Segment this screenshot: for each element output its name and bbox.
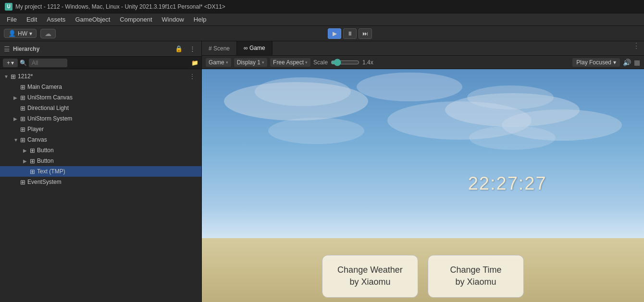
- account-icon: 👤: [8, 30, 16, 37]
- game-caret-icon: ▾: [226, 60, 228, 65]
- kebab-icon[interactable]: ⋮: [187, 72, 198, 80]
- tree-item-button-1[interactable]: ▶ ⊞ Button: [0, 145, 201, 156]
- scale-slider[interactable]: [331, 59, 359, 66]
- play-focused-button[interactable]: Play Focused ▾: [572, 58, 620, 67]
- pause-button[interactable]: ⏸: [343, 28, 357, 39]
- game-tab-label: ∞ Game: [244, 45, 265, 51]
- tree-item-unistorm-system[interactable]: ▶ ⊞ UniStorm System: [0, 113, 201, 124]
- hw-label: HW: [18, 30, 27, 37]
- cube-icon: ⊞: [20, 136, 25, 144]
- display-caret-icon: ▾: [262, 60, 264, 65]
- tree-item-label: UniStorm System: [27, 115, 72, 122]
- arrow-icon: ▶: [23, 158, 30, 164]
- display-dropdown[interactable]: Display 1 ▾: [234, 58, 267, 67]
- play-focused-label: Play Focused: [576, 59, 611, 66]
- arrow-icon: ▶: [13, 116, 20, 121]
- aspect-label: Free Aspect: [273, 59, 304, 66]
- tabs-more-icon[interactable]: ⋮: [629, 41, 644, 55]
- search-icon: 🔍: [20, 60, 27, 66]
- cube-icon: ⊞: [20, 105, 25, 112]
- menu-assets[interactable]: Assets: [42, 15, 70, 24]
- tree-item-label: EventSystem: [27, 179, 62, 185]
- menu-edit[interactable]: Edit: [22, 15, 42, 24]
- tree-item-eventsystem[interactable]: ⊞ EventSystem: [0, 177, 201, 187]
- hw-caret: ▾: [29, 30, 32, 37]
- folder-icon[interactable]: 📁: [191, 60, 198, 66]
- cube-icon: ⊞: [30, 168, 35, 175]
- arrow-icon: ▶: [23, 148, 30, 153]
- tree-item-label: UniStorm Canvas: [27, 94, 73, 101]
- menu-help[interactable]: Help: [189, 15, 211, 24]
- game-dropdown[interactable]: Game ▾: [206, 58, 231, 67]
- grid-icon[interactable]: ▦: [634, 59, 640, 66]
- play-focused-caret-icon: ▾: [613, 59, 616, 66]
- aspect-dropdown[interactable]: Free Aspect ▾: [270, 58, 310, 67]
- menu-window[interactable]: Window: [157, 15, 189, 24]
- scale-value: 1.4x: [362, 59, 373, 66]
- hw-badge[interactable]: 👤 HW ▾: [4, 29, 37, 38]
- game-label: Game: [209, 59, 224, 66]
- tree-item-root[interactable]: ▼ ⊞ 1212* ⋮: [0, 71, 201, 82]
- cube-icon: ⊞: [20, 84, 25, 91]
- cube-icon: ⊞: [11, 73, 16, 80]
- tree-item-label: Button: [37, 157, 54, 164]
- time-display: 22:27:27: [468, 173, 547, 194]
- scale-label: Scale: [313, 59, 328, 66]
- tree-item-label: Button: [37, 147, 54, 154]
- tree-item-label: Directional Light: [27, 105, 69, 111]
- scene-tab-label: # Scene: [209, 45, 230, 52]
- app-icon: U: [5, 3, 12, 11]
- tree-item-text-tmp[interactable]: ⊞ Text (TMP): [0, 166, 201, 177]
- game-buttons-container: Change Weather by Xiaomu Change Time by …: [322, 255, 524, 297]
- change-weather-line1: Change Weather: [337, 265, 403, 275]
- cube-icon: ⊞: [20, 179, 25, 186]
- cloud-button[interactable]: ☁: [40, 29, 56, 38]
- hierarchy-search-input[interactable]: [29, 59, 67, 67]
- game-viewport: 22:27:27 Change Weather by Xiaomu Change…: [202, 69, 644, 302]
- menu-file[interactable]: File: [2, 15, 22, 24]
- arrow-icon: ▼: [13, 137, 20, 143]
- cube-icon: ⊞: [30, 147, 35, 154]
- tree-item-label: Player: [27, 126, 44, 133]
- title-text: My project - 1212 - Windows, Mac, Linux …: [15, 3, 225, 10]
- display-label: Display 1: [237, 59, 260, 66]
- hierarchy-tree: ▼ ⊞ 1212* ⋮ ⊞ Main Camera ▶ ⊞ UniStorm C…: [0, 69, 201, 302]
- tree-item-unistorm-canvas[interactable]: ▶ ⊞ UniStorm Canvas: [0, 92, 201, 103]
- tab-scene[interactable]: # Scene: [202, 41, 237, 55]
- hierarchy-panel: ☰ Hierarchy 🔒 ⋮ + ▾ 🔍 📁 ▼ ⊞ 1212*: [0, 41, 202, 302]
- hierarchy-menu-icon: ☰: [4, 45, 10, 53]
- change-time-button[interactable]: Change Time by Xiaomu: [428, 255, 524, 297]
- menu-bar: File Edit Assets GameObject Component Wi…: [0, 13, 644, 26]
- change-time-line1: Change Time: [450, 265, 501, 275]
- tree-item-directional-light[interactable]: ⊞ Directional Light: [0, 103, 201, 113]
- game-toolbar: Game ▾ Display 1 ▾ Free Aspect ▾ Scale 1…: [202, 56, 644, 69]
- cube-icon: ⊞: [20, 94, 25, 101]
- menu-gameobject[interactable]: GameObject: [70, 15, 115, 24]
- hierarchy-lock-icon[interactable]: 🔒: [173, 44, 185, 53]
- sound-icon[interactable]: 🔊: [623, 59, 631, 66]
- hierarchy-title: Hierarchy: [13, 46, 39, 52]
- add-caret-icon: ▾: [11, 60, 14, 66]
- tree-item-canvas[interactable]: ▼ ⊞ Canvas: [0, 134, 201, 145]
- right-area: # Scene ∞ Game ⋮ Game ▾ Display 1 ▾ Free…: [202, 41, 644, 302]
- tab-game[interactable]: ∞ Game: [237, 41, 272, 55]
- play-button[interactable]: ▶: [328, 28, 341, 39]
- tree-item-player[interactable]: ⊞ Player: [0, 124, 201, 134]
- change-weather-line2: by Xiaomu: [349, 277, 390, 287]
- step-button[interactable]: ⏭: [359, 28, 372, 39]
- hierarchy-more-icon[interactable]: ⋮: [187, 44, 198, 53]
- cube-icon: ⊞: [20, 115, 25, 122]
- change-weather-button[interactable]: Change Weather by Xiaomu: [322, 255, 418, 297]
- tree-item-label: Text (TMP): [37, 168, 65, 175]
- clouds-overlay: [202, 69, 644, 230]
- hierarchy-header: ☰ Hierarchy 🔒 ⋮: [0, 41, 201, 57]
- top-controls-bar: 👤 HW ▾ ☁ ▶ ⏸ ⏭: [0, 26, 644, 41]
- add-object-button[interactable]: + ▾: [3, 59, 18, 67]
- tabs-bar: # Scene ∞ Game ⋮: [202, 41, 644, 56]
- cube-icon: ⊞: [20, 126, 25, 133]
- tree-item-label: Main Camera: [27, 84, 62, 90]
- menu-component[interactable]: Component: [115, 15, 157, 24]
- tree-item-button-2[interactable]: ▶ ⊞ Button: [0, 156, 201, 166]
- title-bar: U My project - 1212 - Windows, Mac, Linu…: [0, 0, 644, 13]
- tree-item-main-camera[interactable]: ⊞ Main Camera: [0, 82, 201, 92]
